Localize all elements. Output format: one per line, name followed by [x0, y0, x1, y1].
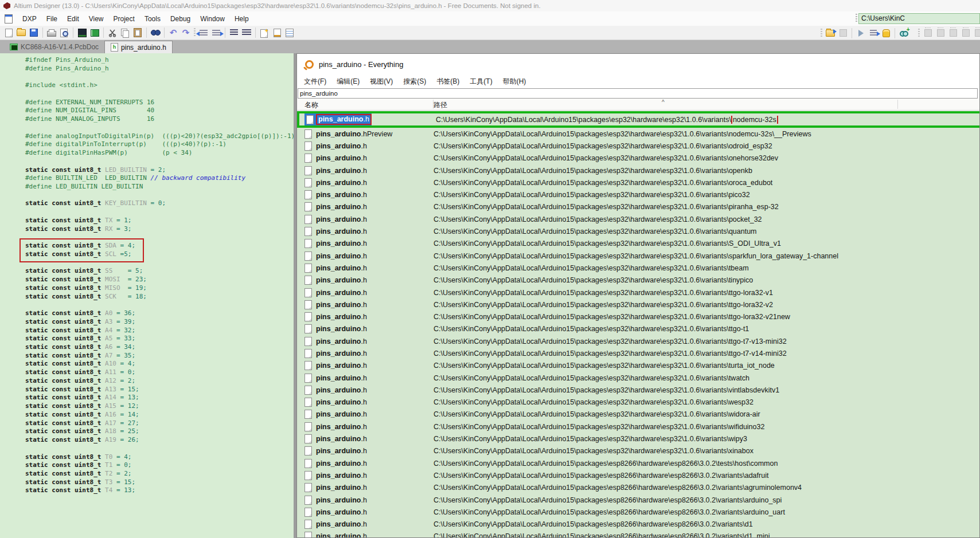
run-icon[interactable] [854, 28, 867, 39]
result-row[interactable]: pins_arduino.hC:\Users\KinCony\AppData\L… [297, 189, 979, 201]
result-row-selected[interactable]: pins_arduino.hC:\Users\KinCony\AppData\L… [297, 111, 979, 128]
paste-icon[interactable] [131, 27, 144, 38]
code-editor[interactable]: #ifndef Pins_Arduino_h#define Pins_Ardui… [0, 53, 294, 538]
tab-pins-arduino[interactable]: h pins_arduino.h [104, 41, 173, 53]
everything-title-bar[interactable]: pins_arduino - Everything [297, 54, 979, 75]
address-box[interactable]: C:\Users\KinC [858, 13, 980, 24]
copy-icon[interactable] [119, 27, 131, 38]
outdent-icon[interactable] [197, 27, 210, 38]
indent-icon[interactable] [210, 27, 222, 38]
tab-pcbdoc[interactable]: KC868-A16-V1.4.PcbDoc [4, 41, 104, 53]
result-row[interactable]: pins_arduino.hC:\Users\KinCony\AppData\L… [297, 140, 979, 152]
column-header-name[interactable]: 名称 [304, 100, 318, 110]
result-row[interactable]: pins_arduino.hC:\Users\KinCony\AppData\L… [297, 396, 979, 409]
result-row[interactable]: pins_arduino.hC:\Users\KinCony\AppData\L… [297, 360, 979, 372]
result-row[interactable]: pins_arduino.hC:\Users\KinCony\AppData\L… [297, 469, 979, 481]
document-options-icon[interactable] [271, 27, 283, 38]
menu-item-Tools[interactable]: Tools [145, 15, 161, 23]
file-name: pins_arduino.h [316, 154, 367, 162]
pcb-3d-view-icon[interactable] [76, 27, 88, 38]
result-row[interactable]: pins_arduino.hC:\Users\KinCony\AppData\L… [297, 176, 979, 189]
file-name: pins_arduino.h [316, 167, 367, 175]
result-row[interactable]: pins_arduino.hC:\Users\KinCony\AppData\L… [297, 494, 979, 506]
compile-icon[interactable] [837, 28, 849, 39]
justify-block-icon[interactable] [240, 27, 253, 38]
menu-item-DXP[interactable]: DXP [22, 15, 37, 23]
column-divider-2[interactable] [897, 100, 898, 109]
menu-item-Debug[interactable]: Debug [170, 15, 190, 23]
print-icon[interactable] [45, 27, 58, 38]
code-line: #define digitalPinToInterrupt(p) (((p)<4… [25, 140, 294, 149]
menu-item-Help[interactable]: Help [235, 15, 249, 23]
undo-icon[interactable]: ↶ [167, 27, 179, 38]
result-row[interactable]: pins_arduino.hC:\Users\KinCony\AppData\L… [297, 445, 979, 457]
result-row[interactable]: pins_arduino.hC:\Users\KinCony\AppData\L… [297, 262, 979, 274]
result-row[interactable]: pins_arduino.hC:\Users\KinCony\AppData\L… [297, 152, 979, 164]
result-row[interactable]: pins_arduino.hC:\Users\KinCony\AppData\L… [297, 421, 979, 433]
find-icon[interactable] [149, 27, 162, 38]
everything-menu-item-文件(F)[interactable]: 文件(F) [304, 77, 326, 87]
open-document-icon[interactable] [15, 27, 28, 38]
pause-icon[interactable] [880, 28, 892, 39]
everything-menu-item-工具(T)[interactable]: 工具(T) [470, 77, 492, 87]
code-line: static const uint8_t MOSI = 23; [25, 276, 294, 284]
result-row[interactable]: pins_arduino.hC:\Users\KinCony\AppData\L… [297, 250, 979, 262]
result-row[interactable]: pins_arduino.hC:\Users\KinCony\AppData\L… [297, 286, 979, 299]
redo-icon[interactable]: ↷ [179, 27, 192, 38]
menu-item-Window[interactable]: Window [200, 15, 225, 23]
result-row[interactable]: pins_arduino.hC:\Users\KinCony\AppData\L… [297, 323, 979, 335]
result-row[interactable]: pins_arduino.hC:\Users\KinCony\AppData\L… [297, 335, 979, 347]
everything-menu-item-视图(V)[interactable]: 视图(V) [370, 77, 393, 87]
everything-menu-item-书签(B)[interactable]: 书签(B) [436, 77, 459, 87]
cut-icon[interactable] [106, 27, 119, 38]
column-header-path[interactable]: 路径 [434, 100, 447, 110]
step-out-disabled-icon[interactable] [947, 28, 959, 39]
result-row[interactable]: pins_arduino.hC:\Users\KinCony\AppData\L… [297, 164, 979, 176]
result-row[interactable]: pins_arduino.hC:\Users\KinCony\AppData\L… [297, 384, 979, 396]
result-row[interactable]: pins_arduino.hC:\Users\KinCony\AppData\L… [297, 299, 979, 311]
open-project-icon[interactable] [824, 28, 837, 39]
menu-item-View[interactable]: View [89, 15, 104, 23]
step-into-disabled-icon[interactable] [922, 28, 934, 39]
result-row[interactable]: pins_arduino.hC:\Users\KinCony\AppData\L… [297, 238, 979, 250]
address-drag-handle[interactable] [856, 14, 857, 22]
result-row[interactable]: pins_arduino.hC:\Users\KinCony\AppData\L… [297, 433, 979, 445]
checklist-icon[interactable] [283, 27, 296, 38]
everything-menu-item-编辑(E)[interactable]: 编辑(E) [337, 77, 360, 87]
result-row[interactable]: pins_arduino.hC:\Users\KinCony\AppData\L… [297, 225, 979, 237]
result-row[interactable]: pins_arduino.hC:\Users\KinCony\AppData\L… [297, 372, 979, 384]
result-row[interactable]: pins_arduino.hC:\Users\KinCony\AppData\L… [297, 201, 979, 213]
save-icon[interactable] [28, 27, 40, 38]
result-row[interactable]: pins_arduino.hC:\Users\KinCony\AppData\L… [297, 531, 979, 537]
run-to-cursor-disabled-icon[interactable] [959, 28, 972, 39]
result-row[interactable]: pins_arduino.hC:\Users\KinCony\AppData\L… [297, 409, 979, 421]
search-input[interactable] [298, 88, 978, 99]
new-document-icon[interactable] [2, 27, 15, 38]
debug-new-icon[interactable]: + [897, 28, 910, 39]
step-over-disabled-icon[interactable] [934, 28, 947, 39]
justify-lines-icon[interactable] [228, 27, 240, 38]
result-row[interactable]: pins_arduino.hC:\Users\KinCony\AppData\L… [297, 213, 979, 225]
snippets-icon[interactable] [258, 27, 271, 38]
stop-disabled-icon[interactable] [972, 28, 980, 39]
menu-item-Project[interactable]: Project [114, 15, 135, 23]
result-row[interactable]: pins_arduino.hPreviewC:\Users\KinCony\Ap… [297, 128, 979, 140]
code-line: static const uint8_t A14 = 13; [25, 394, 294, 402]
everything-menu-item-搜索(S)[interactable]: 搜索(S) [403, 77, 426, 87]
result-row[interactable]: pins_arduino.hC:\Users\KinCony\AppData\L… [297, 482, 979, 494]
code-line: static const uint8_t A0 = 36; [25, 309, 294, 318]
print-preview-icon[interactable] [58, 27, 71, 38]
result-row[interactable]: pins_arduino.hC:\Users\KinCony\AppData\L… [297, 311, 979, 323]
result-row[interactable]: pins_arduino.hC:\Users\KinCony\AppData\L… [297, 347, 979, 359]
result-row[interactable]: pins_arduino.hC:\Users\KinCony\AppData\L… [297, 274, 979, 286]
file-path: C:\Users\KinCony\AppData\Local\Arduino15… [434, 130, 979, 138]
result-row[interactable]: pins_arduino.hC:\Users\KinCony\AppData\L… [297, 519, 979, 531]
menu-item-File[interactable]: File [46, 15, 57, 23]
everything-menu-item-帮助(H)[interactable]: 帮助(H) [503, 77, 526, 87]
result-row[interactable]: pins_arduino.hC:\Users\KinCony\AppData\L… [297, 506, 979, 518]
result-row[interactable]: pins_arduino.hC:\Users\KinCony\AppData\L… [297, 457, 979, 469]
board-icon[interactable] [88, 27, 101, 38]
menu-item-Edit[interactable]: Edit [67, 15, 79, 23]
step-over-icon[interactable] [867, 28, 880, 39]
dxp-icon[interactable] [5, 14, 13, 23]
